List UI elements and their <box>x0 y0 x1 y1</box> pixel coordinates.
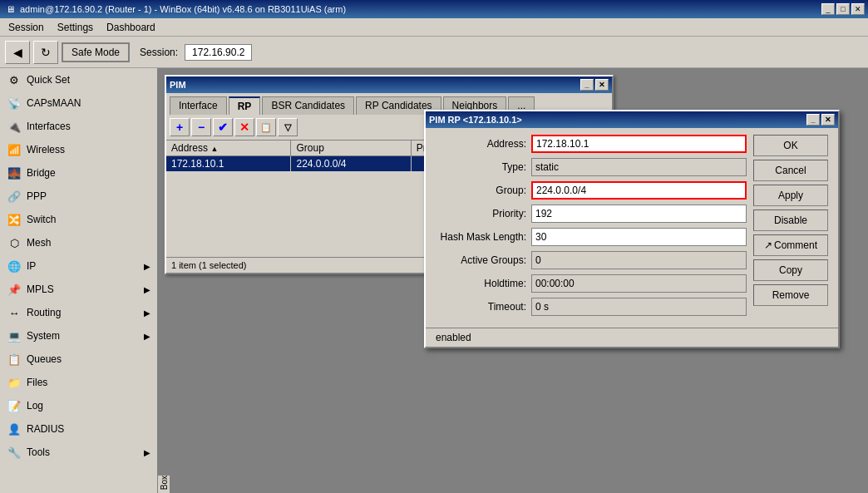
sidebar-item-tools[interactable]: 🔧 Tools ▶ <box>0 441 157 464</box>
title-bar-text: admin@172.16.90.2 (Router - 1) - WinBox … <box>20 4 821 14</box>
menu-settings[interactable]: Settings <box>51 20 100 35</box>
pim-title-bar: PIM _ ✕ <box>166 76 612 93</box>
capsman-icon: 📡 <box>7 96 22 111</box>
priority-label: Priority: <box>436 208 531 219</box>
type-input <box>531 158 747 176</box>
sidebar-item-switch[interactable]: 🔀 Switch <box>0 208 157 231</box>
bridge-icon: 🌉 <box>7 165 22 180</box>
pim-window-controls: _ ✕ <box>580 79 609 91</box>
content-area: PIM _ ✕ Interface RP BSR Candidates RP C… <box>158 68 868 493</box>
maximize-btn[interactable]: □ <box>836 3 850 15</box>
sidebar-item-quick-set[interactable]: ⚙ Quick Set <box>0 68 157 91</box>
close-btn[interactable]: ✕ <box>851 3 865 15</box>
pim-rp-controls: _ ✕ <box>806 114 835 126</box>
tools-icon: 🔧 <box>7 445 22 460</box>
delete-btn[interactable]: ✕ <box>234 118 254 136</box>
sidebar: ⚙ Quick Set 📡 CAPsMAAN 🔌 Interfaces 📶 Wi… <box>0 68 158 493</box>
pim-rp-fields: Address: Type: Group: P <box>436 135 747 321</box>
disable-button[interactable]: Disable <box>753 210 828 231</box>
edit-btn[interactable]: ✔ <box>213 118 233 136</box>
type-label: Type: <box>436 161 531 173</box>
box-label: Box <box>158 476 170 493</box>
system-icon: 💻 <box>7 328 22 343</box>
sidebar-label-wireless: Wireless <box>27 144 65 155</box>
col-address[interactable]: Address ▲ <box>166 141 291 156</box>
col-group[interactable]: Group <box>291 141 411 156</box>
sidebar-label-mesh: Mesh <box>27 237 51 249</box>
sidebar-label-ppp: PPP <box>27 190 47 202</box>
pim-minimize[interactable]: _ <box>580 79 594 91</box>
timeout-row: Timeout: <box>436 298 747 316</box>
filter-btn[interactable]: ▽ <box>278 118 298 136</box>
priority-input[interactable] <box>531 205 747 223</box>
back-btn[interactable]: ◀ <box>5 41 30 64</box>
add-btn[interactable]: + <box>170 118 190 136</box>
pim-rp-minimize[interactable]: _ <box>806 114 820 126</box>
copy-button[interactable]: Copy <box>753 259 828 281</box>
sidebar-item-ip[interactable]: 🌐 IP ▶ <box>0 254 157 278</box>
sidebar-label-routing: Routing <box>27 307 61 318</box>
group-label: Group: <box>436 185 531 196</box>
main-layout: ⚙ Quick Set 📡 CAPsMAAN 🔌 Interfaces 📶 Wi… <box>0 68 868 493</box>
minimize-btn[interactable]: _ <box>821 3 835 15</box>
safe-mode-button[interactable]: Safe Mode <box>62 42 130 62</box>
sidebar-item-queues[interactable]: 📋 Queues <box>0 348 157 371</box>
app-icon: 🖥 <box>3 2 17 16</box>
sidebar-label-ip: IP <box>27 260 36 272</box>
menu-session[interactable]: Session <box>2 20 51 35</box>
sidebar-label-log: Log <box>27 400 43 412</box>
group-input[interactable] <box>531 181 747 200</box>
sidebar-item-interfaces[interactable]: 🔌 Interfaces <box>0 115 157 138</box>
main-toolbar: ◀ ↻ Safe Mode Session: 172.16.90.2 <box>0 37 868 68</box>
active-groups-label: Active Groups: <box>436 254 531 266</box>
sidebar-label-switch: Switch <box>27 214 56 225</box>
ok-button[interactable]: OK <box>753 135 828 156</box>
timeout-input <box>531 298 747 316</box>
remove-button[interactable]: Remove <box>753 284 828 306</box>
hash-mask-row: Hash Mask Length: <box>436 228 747 246</box>
tab-interface[interactable]: Interface <box>170 96 227 115</box>
tab-rp[interactable]: RP <box>229 96 261 115</box>
sidebar-label-interfaces: Interfaces <box>27 121 71 132</box>
sidebar-item-bridge[interactable]: 🌉 Bridge <box>0 161 157 185</box>
pim-rp-form-body: Address: Type: Group: P <box>426 128 838 328</box>
pim-status-text: 1 item (1 selected) <box>171 260 246 270</box>
session-value[interactable]: 172.16.90.2 <box>185 44 252 61</box>
tab-bsr-candidates[interactable]: BSR Candidates <box>262 96 354 115</box>
sidebar-item-wireless[interactable]: 📶 Wireless <box>0 138 157 161</box>
copy-btn[interactable]: 📋 <box>256 118 276 136</box>
sidebar-item-capsman[interactable]: 📡 CAPsMAAN <box>0 91 157 115</box>
remove-btn[interactable]: − <box>191 118 211 136</box>
sidebar-label-mpls: MPLS <box>27 283 54 295</box>
sidebar-item-radius[interactable]: 👤 RADIUS <box>0 417 157 441</box>
priority-row: Priority: <box>436 205 747 223</box>
pim-rp-close[interactable]: ✕ <box>821 114 835 126</box>
sidebar-item-mesh[interactable]: ⬡ Mesh <box>0 231 157 254</box>
holdtime-label: Holdtime: <box>436 278 531 289</box>
address-input[interactable] <box>531 135 747 153</box>
pim-close[interactable]: ✕ <box>595 79 609 91</box>
ip-icon: 🌐 <box>7 259 22 274</box>
pim-rp-buttons: OK Cancel Apply Disable ↗ Comment Copy R… <box>753 135 828 321</box>
pim-rp-dialog: PIM RP <172.18.10.1> _ ✕ Address: Type: <box>424 110 840 348</box>
forward-btn[interactable]: ↻ <box>33 41 58 64</box>
sidebar-item-system[interactable]: 💻 System ▶ <box>0 324 157 348</box>
sidebar-item-routing[interactable]: ↔ Routing ▶ <box>0 301 157 324</box>
hash-mask-input[interactable] <box>531 228 747 246</box>
sidebar-label-system: System <box>27 330 60 342</box>
holdtime-input <box>531 274 747 293</box>
sidebar-label-bridge: Bridge <box>27 167 56 179</box>
comment-button[interactable]: ↗ Comment <box>753 234 828 256</box>
sidebar-item-ppp[interactable]: 🔗 PPP <box>0 185 157 208</box>
sidebar-item-mpls[interactable]: 📌 MPLS ▶ <box>0 278 157 301</box>
sidebar-item-log[interactable]: 📝 Log <box>0 394 157 417</box>
sidebar-item-files[interactable]: 📁 Files <box>0 371 157 394</box>
menu-dashboard[interactable]: Dashboard <box>100 20 162 35</box>
cancel-button[interactable]: Cancel <box>753 160 828 181</box>
apply-button[interactable]: Apply <box>753 185 828 206</box>
title-bar: 🖥 admin@172.16.90.2 (Router - 1) - WinBo… <box>0 0 868 18</box>
group-row: Group: <box>436 181 747 200</box>
address-row: Address: <box>436 135 747 153</box>
row-address: 172.18.10.1 <box>166 156 291 172</box>
sidebar-label-queues: Queues <box>27 353 62 365</box>
